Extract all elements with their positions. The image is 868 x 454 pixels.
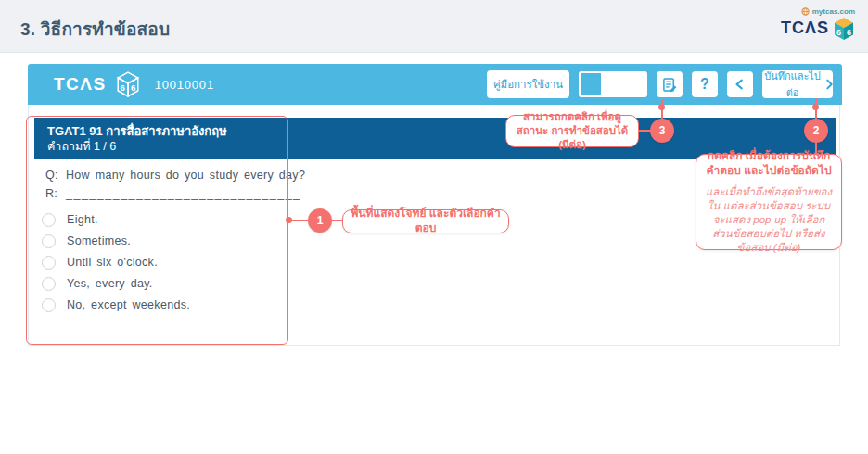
annotation-3-label: สามารถกดคลิก เพื่อดูสถานะ การทำข้อสอบได้…: [505, 115, 639, 147]
appbar-tcas66-cube-icon: 6 6: [116, 71, 140, 97]
question-progress[interactable]: [579, 71, 647, 97]
help-button[interactable]: ?: [692, 71, 718, 97]
annotation-3-number-badge: 3: [650, 119, 674, 143]
annotation-1-text: พื้นที่แสดงโจทย์ และตัวเลือกคำตอบ: [343, 207, 508, 235]
back-button[interactable]: [727, 71, 753, 97]
exam-status-button[interactable]: [657, 71, 683, 97]
help-label: ?: [700, 76, 709, 93]
candidate-id: 10010001: [155, 78, 214, 92]
annotation-2-anchor-dot: [812, 104, 819, 110]
appbar-cube-digit-left: 6: [120, 82, 125, 93]
mytcas-logo: mytcas.com TCΛS 6 6: [781, 7, 855, 41]
progress-cell[interactable]: [623, 73, 645, 95]
annotation-2-number-badge: 2: [804, 119, 828, 143]
annotation-3-anchor-dot: [658, 104, 665, 110]
annotation-2-text-bold: กดคลิก เมื่อต้องการบันทึกคำตอบ และไปต่อข…: [704, 149, 834, 178]
tcas-wordmark: TCΛS: [781, 17, 829, 39]
app-toolbar: TCΛS 6 6 10010001 คู่มือการใช้งาน: [28, 64, 842, 105]
annotation-1-number-badge: 1: [308, 208, 332, 233]
annotation-3-connector: [638, 130, 651, 132]
annotation-1-label: พื้นที่แสดงโจทย์ และตัวเลือกคำตอบ: [342, 209, 509, 233]
appbar-tcas-wordmark: TCΛS: [54, 74, 107, 95]
save-next-button[interactable]: บันทึกและไปต่อ: [762, 70, 833, 98]
chevron-right-icon: [826, 79, 833, 90]
annotation-2-label: กดคลิก เมื่อต้องการบันทึกคำตอบ และไปต่อข…: [696, 154, 842, 250]
mytcas-site-label: mytcas.com: [812, 7, 855, 16]
annotation-2-text-italic: และเมื่อทำถึงข้อสุดท้ายของใน แต่ละส่วนข้…: [704, 185, 834, 255]
appbar-cube-digit-right: 6: [131, 82, 136, 93]
cube-digit-left: 6: [836, 28, 841, 37]
save-next-label: บันทึกและไปต่อ: [762, 68, 823, 101]
annotation-1-connector: [288, 220, 310, 221]
manual-button[interactable]: คู่มือการใช้งาน: [487, 70, 569, 98]
progress-cell-current[interactable]: [581, 73, 601, 95]
tcas66-cube-icon: 6 6: [833, 17, 855, 41]
page: 3. วิธีการทำข้อสอบ mytcas.com TCΛS 6 6: [0, 0, 868, 454]
checklist-icon: [662, 77, 678, 93]
cube-digit-right: 6: [847, 28, 851, 37]
annotation-3-text: สามารถกดคลิก เพื่อดูสถานะ การทำข้อสอบได้…: [512, 110, 632, 152]
page-title: 3. วิธีการทำข้อสอบ: [20, 15, 170, 43]
chevron-left-icon: [734, 78, 747, 91]
annotation-1-highlight-box: [26, 116, 288, 345]
progress-cell[interactable]: [601, 73, 623, 95]
globe-icon: [801, 7, 810, 16]
